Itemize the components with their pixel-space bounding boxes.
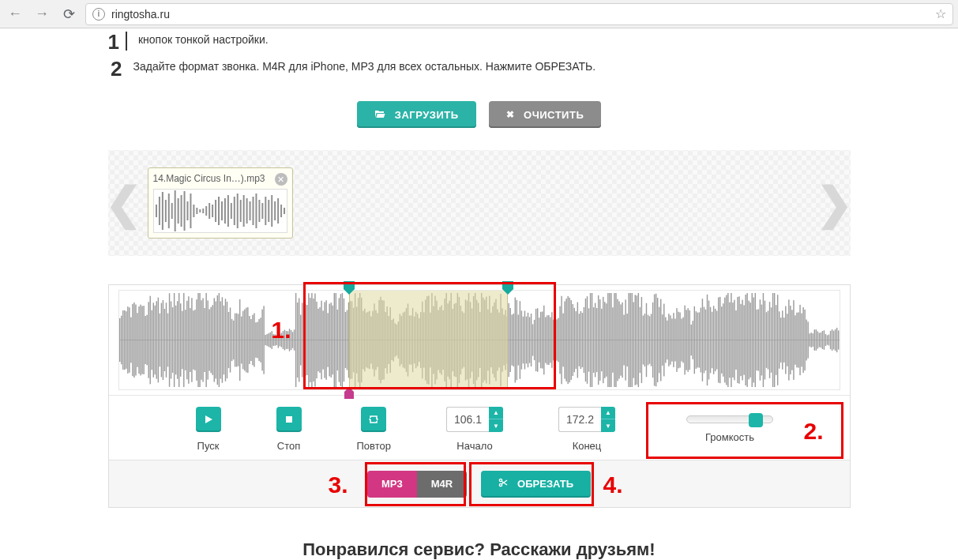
svg-rect-441 — [756, 310, 757, 370]
start-time-down[interactable]: ▼ — [489, 419, 503, 432]
svg-rect-123 — [247, 307, 248, 373]
svg-rect-68 — [159, 314, 160, 367]
svg-rect-27 — [239, 200, 241, 222]
svg-rect-381 — [660, 299, 661, 381]
svg-rect-149 — [288, 329, 289, 351]
playhead-marker[interactable] — [343, 386, 355, 399]
format-m4r-button[interactable]: M4R — [417, 471, 467, 498]
svg-rect-6 — [174, 190, 175, 231]
cut-button[interactable]: ОБРЕЗАТЬ — [481, 471, 591, 498]
svg-rect-470 — [802, 307, 803, 373]
format-toggle: MP3 M4R — [367, 471, 467, 498]
clear-button[interactable]: ✖ ОЧИСТИТЬ — [489, 101, 602, 128]
svg-rect-316 — [556, 319, 557, 360]
svg-rect-28 — [242, 195, 244, 227]
svg-rect-324 — [569, 298, 569, 382]
back-button[interactable]: ← — [5, 4, 25, 24]
svg-point-494 — [500, 479, 502, 481]
svg-rect-136 — [268, 333, 269, 347]
site-info-icon[interactable]: i — [92, 8, 105, 21]
svg-rect-53 — [135, 305, 136, 376]
svg-rect-2 — [161, 192, 163, 230]
svg-rect-414 — [712, 306, 713, 374]
svg-rect-111 — [227, 312, 228, 368]
svg-rect-162 — [310, 298, 310, 382]
svg-rect-155 — [298, 299, 299, 382]
play-label: Пуск — [197, 440, 220, 452]
svg-rect-315 — [554, 318, 555, 361]
svg-rect-405 — [698, 312, 699, 367]
svg-rect-412 — [709, 307, 710, 374]
svg-rect-4 — [167, 194, 169, 228]
svg-rect-78 — [175, 306, 175, 375]
svg-rect-426 — [732, 303, 733, 378]
format-mp3-button[interactable]: MP3 — [367, 471, 417, 498]
upload-button[interactable]: ЗАГРУЗИТЬ — [357, 101, 476, 128]
svg-rect-292 — [517, 314, 518, 365]
selection-start-handle[interactable] — [342, 281, 356, 295]
end-time-field[interactable] — [558, 407, 601, 432]
svg-rect-431 — [740, 304, 741, 376]
waveform-area[interactable] — [109, 285, 850, 396]
svg-rect-369 — [641, 297, 641, 383]
bookmark-star-icon[interactable]: ☆ — [935, 6, 946, 21]
svg-rect-168 — [319, 307, 320, 373]
svg-rect-33 — [258, 200, 260, 222]
svg-rect-486 — [828, 335, 828, 346]
svg-rect-117 — [237, 314, 238, 366]
volume-thumb[interactable] — [749, 413, 763, 427]
svg-rect-335 — [586, 296, 587, 384]
svg-rect-416 — [716, 310, 716, 369]
svg-rect-389 — [673, 313, 674, 367]
selection-region[interactable] — [349, 291, 508, 389]
start-time-field[interactable] — [446, 407, 489, 432]
end-time-down[interactable]: ▼ — [601, 419, 615, 432]
address-bar[interactable]: i ringtosha.ru ☆ — [85, 3, 953, 25]
svg-rect-60 — [146, 315, 147, 366]
svg-rect-479 — [817, 331, 817, 348]
svg-rect-129 — [257, 322, 257, 359]
svg-rect-365 — [634, 295, 635, 385]
svg-rect-185 — [346, 310, 347, 370]
svg-rect-467 — [798, 312, 798, 367]
svg-rect-29 — [246, 198, 247, 224]
svg-rect-458 — [783, 318, 784, 363]
svg-rect-133 — [263, 306, 264, 374]
file-remove-icon[interactable]: ✕ — [275, 173, 287, 186]
svg-rect-476 — [812, 333, 813, 347]
svg-rect-396 — [684, 306, 685, 375]
svg-rect-312 — [550, 318, 550, 363]
play-button[interactable] — [196, 407, 221, 432]
waveform-container[interactable] — [118, 290, 840, 390]
stop-button[interactable] — [276, 407, 302, 432]
volume-slider[interactable] — [686, 415, 773, 423]
svg-rect-1 — [158, 197, 160, 225]
strip-prev-arrow[interactable]: ❮ — [108, 150, 140, 256]
svg-rect-66 — [156, 301, 156, 378]
svg-rect-475 — [810, 333, 811, 348]
strip-next-arrow[interactable]: ❯ — [819, 150, 851, 256]
selection-end-handle[interactable] — [501, 281, 515, 295]
repeat-button[interactable] — [361, 407, 386, 432]
svg-rect-18 — [212, 205, 213, 217]
svg-rect-176 — [332, 306, 332, 374]
end-time-up[interactable]: ▲ — [601, 407, 615, 419]
forward-button[interactable]: → — [32, 4, 52, 24]
svg-rect-459 — [785, 306, 786, 374]
svg-rect-348 — [607, 293, 608, 387]
start-time-up[interactable]: ▲ — [489, 407, 503, 419]
svg-rect-493 — [286, 416, 292, 423]
svg-rect-125 — [250, 319, 251, 361]
reload-button[interactable]: ⟳ — [58, 4, 79, 24]
svg-rect-127 — [254, 313, 254, 366]
end-time-input[interactable]: ▲ ▼ — [558, 407, 615, 432]
start-label: Начало — [456, 440, 492, 452]
svg-rect-304 — [536, 308, 537, 372]
start-time-input[interactable]: ▲ ▼ — [446, 407, 503, 432]
svg-rect-385 — [667, 321, 667, 360]
svg-rect-413 — [711, 312, 712, 368]
file-card[interactable]: 14.Magic Circus In…).mp3 ✕ — [148, 167, 293, 239]
svg-rect-464 — [793, 300, 794, 380]
svg-rect-477 — [813, 329, 814, 350]
svg-rect-349 — [609, 293, 610, 387]
